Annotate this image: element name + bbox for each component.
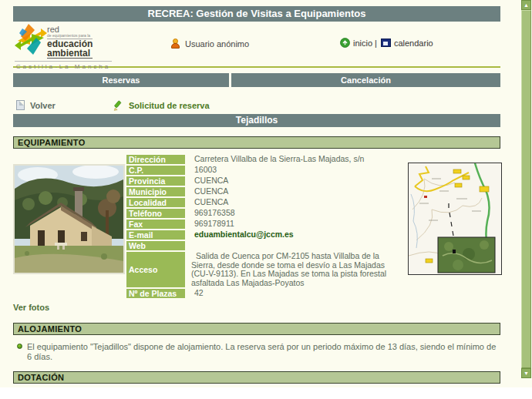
- field-row: Acceso Salida de Cuenca por CM-2105 hast…: [126, 252, 406, 287]
- pinwheel-logo-icon: [15, 24, 47, 55]
- volver-link[interactable]: Volver: [16, 100, 56, 110]
- user-status: Usuario anónimo: [171, 39, 249, 49]
- user-icon: [171, 39, 180, 49]
- equipment-name: Tejadillos: [236, 115, 278, 126]
- field-value: Salida de Cuenca por CM-2105 hasta Villa…: [185, 252, 404, 287]
- field-label: Dirección: [126, 155, 185, 164]
- toolbar: Volver Solicitud de reserva: [13, 100, 500, 112]
- field-label: E-mail: [126, 230, 185, 240]
- field-row: E-mail eduambientalcu@jccm.es: [126, 230, 406, 240]
- field-label: Teléfono: [126, 209, 185, 218]
- calendar-icon[interactable]: [381, 39, 391, 47]
- field-value: CUENCA: [185, 187, 404, 196]
- email-link[interactable]: eduambientalcu@jccm.es: [185, 230, 404, 240]
- vertical-scrollbar[interactable]: ▲ ▼: [521, 0, 531, 378]
- field-row: Fax 969178911: [126, 220, 406, 229]
- field-value: Carretera Villalba de la Sierra-Las Maja…: [185, 155, 404, 164]
- header: red de equipamientos para la educación a…: [13, 22, 500, 65]
- section-header-dotacion: DOTACIÓN: [13, 371, 500, 384]
- equipment-fields: Dirección Carretera Villalba de la Sierr…: [126, 155, 406, 300]
- section-header-equipamiento: EQUIPAMIENTO: [13, 136, 500, 149]
- field-row: Nº de Plazas 42: [126, 289, 406, 298]
- user-label: Usuario anónimo: [185, 39, 249, 49]
- logo: red de equipamientos para la educación a…: [15, 24, 112, 70]
- field-row: C.P. 16003: [126, 166, 406, 175]
- field-label: Acceso: [126, 252, 185, 287]
- field-row: Web: [126, 241, 406, 250]
- solicitud-label: Solicitud de reserva: [129, 101, 210, 110]
- calendario-link[interactable]: calendario: [394, 39, 433, 48]
- field-row: Provincia CUENCA: [126, 176, 406, 186]
- equipment-title-bar: Tejadillos: [13, 114, 500, 127]
- pencil-icon[interactable]: [113, 100, 124, 111]
- logo-region: Castilla-La Mancha: [15, 61, 112, 70]
- field-row: Localidad CUENCA: [126, 198, 406, 207]
- solicitud-reserva-link[interactable]: Solicitud de reserva: [113, 100, 210, 111]
- app-title-bar: RECREA: Gestión de Visitas a Equipamient…: [13, 6, 500, 22]
- alojamiento-text: El equipamiento "Tejadillos" dispone de …: [27, 342, 500, 362]
- field-label: Fax: [126, 220, 185, 229]
- bullet-icon: [17, 344, 22, 349]
- header-links: inicio | calendario: [340, 38, 433, 48]
- scroll-up-icon[interactable]: ▲: [521, 0, 531, 10]
- inicio-link[interactable]: inicio: [353, 39, 372, 48]
- field-label: Localidad: [126, 198, 185, 207]
- field-row: Teléfono 969176358: [126, 209, 406, 218]
- field-value: 16003: [185, 166, 404, 175]
- location-map: [408, 163, 502, 275]
- field-label: Provincia: [126, 176, 185, 186]
- tab-reservas[interactable]: Reservas: [13, 73, 229, 87]
- volver-label: Volver: [30, 101, 56, 110]
- field-value: 969176358: [185, 209, 404, 218]
- field-value: 42: [185, 289, 404, 298]
- document-icon[interactable]: [16, 100, 25, 110]
- field-label: Nº de Plazas: [126, 289, 185, 298]
- field-value: CUENCA: [185, 198, 404, 207]
- logo-ambiental: ambiental: [47, 49, 93, 59]
- app-title: RECREA: Gestión de Visitas a Equipamient…: [148, 8, 366, 19]
- section-header-alojamiento: ALOJAMIENTO: [13, 323, 500, 335]
- field-row: Dirección Carretera Villalba de la Sierr…: [126, 155, 406, 164]
- field-label: Municipio: [126, 187, 185, 196]
- inicio-icon[interactable]: [340, 38, 350, 48]
- field-label: Web: [126, 241, 185, 250]
- links-divider: |: [375, 39, 377, 48]
- field-value: 969178911: [185, 220, 404, 229]
- field-label: C.P.: [126, 166, 185, 175]
- ver-fotos-link[interactable]: Ver fotos: [13, 303, 49, 312]
- equipment-photo: [13, 164, 125, 274]
- scrollbar-thumb[interactable]: [521, 10, 531, 368]
- field-value: [185, 241, 404, 250]
- field-row: Municipio CUENCA: [126, 187, 406, 196]
- scroll-down-icon[interactable]: ▼: [521, 368, 531, 378]
- page: RECREA: Gestión de Visitas a Equipamient…: [0, 0, 532, 387]
- equipment-details: Dirección Carretera Villalba de la Sierr…: [13, 155, 500, 300]
- tab-cancelacion[interactable]: Cancelación: [231, 73, 500, 87]
- main-nav: Reservas Cancelación: [13, 73, 500, 87]
- logo-word-red: red: [47, 25, 93, 33]
- field-value: CUENCA: [185, 176, 404, 186]
- alojamiento-item: El equipamiento "Tejadillos" dispone de …: [13, 342, 500, 362]
